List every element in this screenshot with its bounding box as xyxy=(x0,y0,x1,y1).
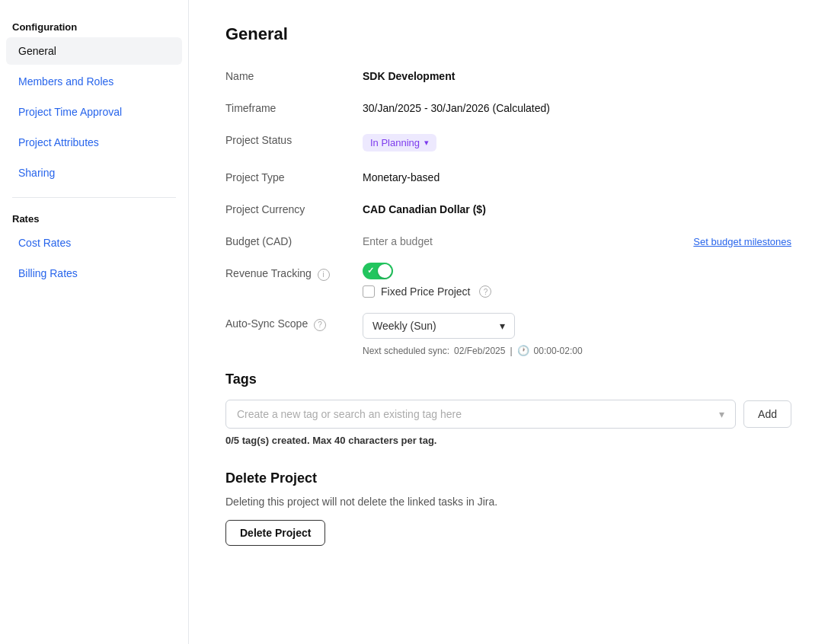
sidebar-item-project-time-approval[interactable]: Project Time Approval xyxy=(6,98,182,126)
tags-section: Tags Create a new tag or search an exist… xyxy=(225,371,791,446)
add-tag-button[interactable]: Add xyxy=(743,400,791,428)
timeframe-label: Timeframe xyxy=(225,97,363,114)
name-value: SDK Development xyxy=(363,65,791,82)
project-status-badge[interactable]: In Planning ▾ xyxy=(363,134,436,151)
fixed-price-info-icon[interactable]: ? xyxy=(479,285,491,298)
timeframe-row: Timeframe 30/Jan/2025 - 30/Jan/2026 (Cal… xyxy=(225,97,791,114)
tags-chevron-icon: ▾ xyxy=(719,408,724,420)
project-currency-value: CAD Canadian Dollar ($) xyxy=(363,199,791,215)
auto-sync-row: Auto-Sync Scope ? Weekly (Sun) ▾ Next sc… xyxy=(225,313,791,356)
project-status-value: In Planning ▾ xyxy=(363,129,791,151)
configuration-section-label: Configuration xyxy=(0,15,188,36)
auto-sync-controls: Weekly (Sun) ▾ Next scheduled sync: 02/F… xyxy=(363,313,791,356)
sidebar: Configuration General Members and Roles … xyxy=(0,0,189,644)
project-status-row: Project Status In Planning ▾ xyxy=(225,129,791,151)
budget-input[interactable] xyxy=(363,235,681,247)
sidebar-item-project-attributes[interactable]: Project Attributes xyxy=(6,129,182,156)
delete-project-section: Delete Project Deleting this project wil… xyxy=(225,470,791,546)
fixed-price-row: Fixed Price Project ? xyxy=(363,285,791,298)
fixed-price-checkbox[interactable] xyxy=(363,285,375,298)
project-type-row: Project Type Monetary-based xyxy=(225,167,791,183)
delete-project-title: Delete Project xyxy=(225,470,791,486)
sidebar-item-billing-rates[interactable]: Billing Rates xyxy=(6,260,182,287)
sidebar-item-cost-rates[interactable]: Cost Rates xyxy=(6,229,182,257)
auto-sync-info-icon[interactable]: ? xyxy=(314,319,326,331)
clock-icon: 🕐 xyxy=(517,345,529,356)
project-status-label: Project Status xyxy=(225,129,363,146)
sidebar-item-members-roles[interactable]: Members and Roles xyxy=(6,68,182,95)
sync-chevron-icon: ▾ xyxy=(500,320,505,332)
tags-hint: 0/5 tag(s) created. Max 40 characters pe… xyxy=(225,435,791,446)
project-type-label: Project Type xyxy=(225,167,363,183)
project-type-value: Monetary-based xyxy=(363,167,791,183)
main-content: General Name SDK Development Timeframe 3… xyxy=(189,0,828,644)
rates-section-label: Rates xyxy=(0,207,188,228)
toggle-knob xyxy=(378,264,392,278)
budget-label: Budget (CAD) xyxy=(225,231,363,247)
auto-sync-select[interactable]: Weekly (Sun) ▾ xyxy=(363,313,515,339)
revenue-tracking-label: Revenue Tracking i xyxy=(225,263,363,281)
name-label: Name xyxy=(225,65,363,82)
budget-row: Budget (CAD) Set budget milestones xyxy=(225,231,791,247)
name-row: Name SDK Development xyxy=(225,65,791,82)
project-currency-row: Project Currency CAD Canadian Dollar ($) xyxy=(225,199,791,215)
toggle-row: ✓ xyxy=(363,263,791,279)
delete-project-description: Deleting this project will not delete th… xyxy=(225,496,791,508)
sidebar-item-sharing[interactable]: Sharing xyxy=(6,159,182,187)
tags-input[interactable]: Create a new tag or search an existing t… xyxy=(225,400,736,429)
project-currency-label: Project Currency xyxy=(225,199,363,215)
toggle-check-icon: ✓ xyxy=(367,266,374,276)
sync-info: Next scheduled sync: 02/Feb/2025 | 🕐 00:… xyxy=(363,345,791,356)
tags-title: Tags xyxy=(225,371,791,387)
sidebar-item-general[interactable]: General xyxy=(6,37,182,65)
page-title: General xyxy=(225,24,791,44)
revenue-tracking-toggle[interactable]: ✓ xyxy=(363,263,393,279)
fixed-price-label: Fixed Price Project xyxy=(381,285,470,298)
revenue-tracking-controls: ✓ Fixed Price Project ? xyxy=(363,263,791,298)
delete-project-button[interactable]: Delete Project xyxy=(225,520,325,546)
set-budget-milestones-link[interactable]: Set budget milestones xyxy=(693,236,791,247)
tags-input-row: Create a new tag or search an existing t… xyxy=(225,400,791,429)
revenue-tracking-info-icon[interactable]: i xyxy=(318,269,330,281)
revenue-tracking-row: Revenue Tracking i ✓ Fixed Price Project… xyxy=(225,263,791,298)
auto-sync-label: Auto-Sync Scope ? xyxy=(225,313,363,331)
timeframe-value: 30/Jan/2025 - 30/Jan/2026 (Calculated) xyxy=(363,97,791,114)
chevron-down-icon: ▾ xyxy=(424,138,429,148)
budget-field-wrapper: Set budget milestones xyxy=(363,231,791,247)
sidebar-divider xyxy=(12,197,176,198)
